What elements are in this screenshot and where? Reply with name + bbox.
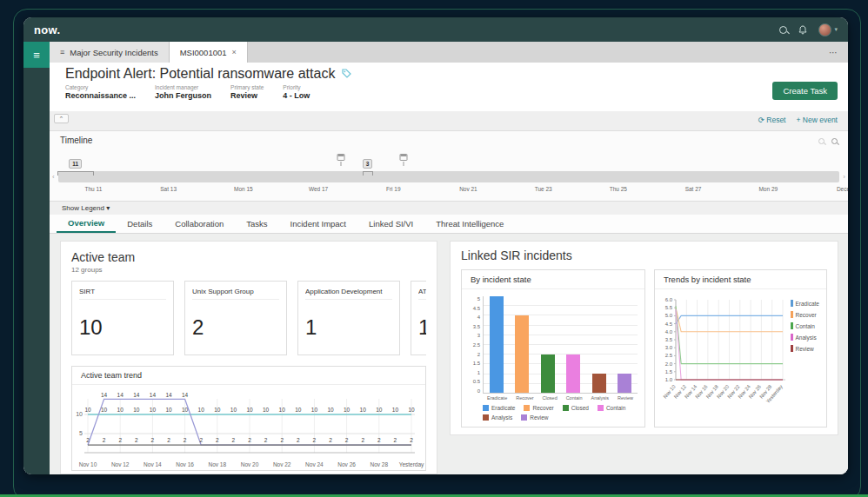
timeline-scroll-left-icon[interactable]: ‹: [52, 173, 55, 181]
y-tick: 5: [469, 296, 480, 302]
timeline-date: Mon 15: [234, 186, 253, 192]
timeline-marker-icon[interactable]: [337, 154, 345, 166]
tab-details[interactable]: Details: [116, 215, 164, 233]
timeline-date: Sat 27: [685, 186, 702, 192]
tabstrip-overflow-icon[interactable]: ⋯: [818, 42, 848, 63]
legend-swatch: [563, 405, 569, 411]
svg-text:6.0: 6.0: [665, 297, 673, 302]
svg-text:2: 2: [216, 437, 219, 443]
bar-x-label: Closed: [543, 395, 558, 401]
y-tick: 1: [469, 370, 480, 375]
svg-text:10: 10: [214, 407, 221, 413]
group-count: 10: [79, 315, 166, 340]
timeline-section: Timeline ‹ › 113 Thu 11Sat 13Mon 15Wed 1…: [50, 130, 848, 202]
legend-item: Recover: [524, 405, 553, 411]
legend-swatch: [483, 405, 489, 411]
group-card[interactable]: Application Development1: [297, 281, 400, 355]
svg-text:1.5: 1.5: [665, 369, 673, 374]
trends-by-state-title: Trends by incident state: [655, 270, 826, 289]
y-tick: 0: [469, 388, 480, 394]
event-icon: [337, 154, 345, 161]
svg-text:10: 10: [101, 407, 108, 413]
section-tabs: OverviewDetailsCollaborationTasksInciden…: [50, 215, 848, 234]
y-tick: 1.5: [469, 361, 480, 366]
search-icon[interactable]: [779, 26, 787, 34]
tab-record-msi0001001[interactable]: MSI0001001 ×: [170, 42, 248, 63]
app-window: now. ▾ ≡ ≡ Major Security Incidents: [23, 17, 848, 474]
svg-text:10: 10: [295, 407, 302, 413]
tab-overview[interactable]: Overview: [57, 215, 116, 233]
svg-text:10: 10: [279, 407, 286, 413]
bar-recover: [515, 315, 529, 393]
svg-text:1.0: 1.0: [665, 377, 673, 382]
timeline-marker-stem: [403, 162, 404, 166]
window-tabstrip: ≡ Major Security Incidents MSI0001001 × …: [50, 42, 848, 63]
by-incident-state-title: By incident state: [462, 270, 644, 289]
svg-text:Nov 14: Nov 14: [144, 461, 162, 467]
overview-content: Active team 12 groups SIRT10Unix Support…: [50, 234, 848, 474]
svg-text:2: 2: [329, 437, 332, 443]
legend-label: Closed: [571, 405, 589, 411]
tag-icon[interactable]: [342, 66, 351, 82]
svg-text:2: 2: [103, 437, 106, 443]
notifications-icon[interactable]: [798, 25, 807, 35]
tab-incident-impact[interactable]: Incident Impact: [279, 215, 357, 233]
app-menu-icon[interactable]: ≡: [23, 42, 50, 68]
field-label: Priority: [283, 84, 310, 90]
group-card[interactable]: SIRT10: [71, 281, 174, 355]
svg-text:10: 10: [376, 407, 383, 413]
svg-text:2: 2: [184, 437, 187, 443]
trends-chart: 6.05.55.04.54.03.53.02.52.01.51.0Nov 10N…: [658, 295, 789, 418]
svg-text:10: 10: [263, 407, 270, 413]
timeline-date: Fri 19: [386, 186, 401, 192]
timeline-scroll-right-icon[interactable]: ›: [843, 173, 845, 181]
bar-x-label: Review: [618, 395, 633, 401]
tab-linked-si-vi[interactable]: Linked SI/VI: [357, 215, 424, 233]
group-card[interactable]: AT1: [411, 281, 426, 355]
tab-tasks[interactable]: Tasks: [235, 215, 278, 233]
svg-text:5.5: 5.5: [665, 305, 673, 310]
timeline-date: Dece: [837, 186, 848, 192]
active-team-title: Active team: [71, 250, 426, 264]
active-team-trend-title: Active team trend: [72, 367, 425, 385]
create-task-button[interactable]: Create Task: [772, 82, 838, 100]
legend-item: Analysis: [483, 414, 512, 421]
group-cards: SIRT10Unix Support Group2Application Dev…: [71, 281, 426, 355]
timeline-marker-icon[interactable]: [399, 154, 407, 166]
timeline-marker-count: 11: [69, 159, 82, 169]
legend-label: Eradicate: [491, 405, 515, 411]
svg-text:10: 10: [182, 407, 189, 413]
timeline-date: Nov 21: [459, 186, 477, 192]
tab-collaboration[interactable]: Collaboration: [164, 215, 235, 233]
timeline-reset-link[interactable]: ⟳ Reset: [758, 116, 786, 124]
close-icon[interactable]: ×: [232, 48, 237, 56]
tab-threat-intelligence[interactable]: Threat Intelligence: [424, 215, 515, 233]
bar-x-label: Recover: [516, 395, 533, 401]
tab-label: Major Security Incidents: [70, 48, 157, 57]
svg-text:10: 10: [117, 407, 124, 413]
legend-item: Recover: [791, 311, 819, 318]
svg-text:Nov 24: Nov 24: [305, 461, 324, 467]
top-nav-bar: now. ▾: [23, 17, 848, 42]
legend-item: Analysis: [791, 334, 819, 341]
legend-item: Review: [791, 345, 819, 352]
zoom-out-icon[interactable]: [818, 138, 825, 144]
tab-major-security-incidents[interactable]: ≡ Major Security Incidents: [50, 42, 170, 63]
timeline-marker-badge[interactable]: 11: [57, 154, 94, 176]
zoom-in-icon[interactable]: [831, 138, 838, 144]
show-legend-toggle[interactable]: Show Legend ▾: [50, 202, 848, 215]
svg-text:14: 14: [150, 392, 157, 398]
collapse-header-icon[interactable]: ⌃: [54, 114, 69, 123]
group-name: AT: [418, 288, 426, 300]
timeline-new-event-link[interactable]: + New event: [797, 116, 838, 124]
group-card[interactable]: Unix Support Group2: [184, 281, 287, 355]
timeline-marker-bracket: [57, 171, 94, 176]
svg-text:Nov 22: Nov 22: [273, 461, 291, 467]
timeline-date: Thu 25: [610, 186, 627, 192]
timeline-band[interactable]: [58, 171, 839, 182]
user-menu[interactable]: ▾: [818, 23, 838, 36]
svg-text:10: 10: [360, 407, 367, 413]
timeline-marker-badge[interactable]: 3: [363, 154, 373, 176]
y-tick: 3: [469, 333, 480, 338]
svg-text:2: 2: [264, 437, 268, 443]
